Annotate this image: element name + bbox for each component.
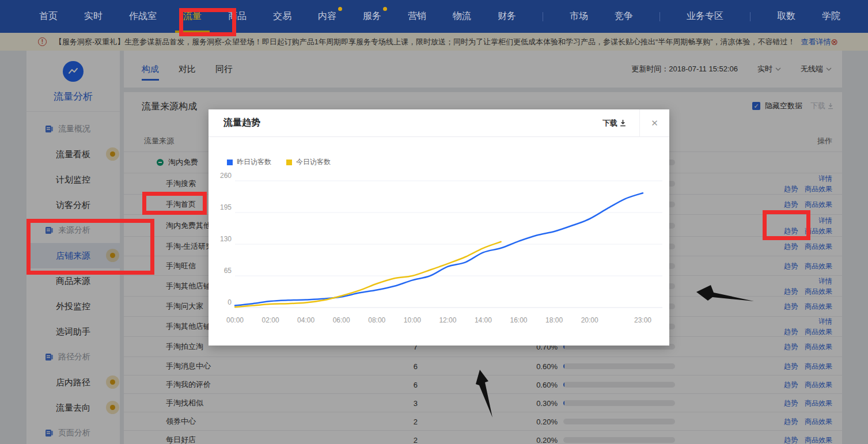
- series-昨日访客数: [235, 193, 643, 305]
- nav-item-流量[interactable]: 流量: [183, 0, 202, 33]
- svg-text:16:00: 16:00: [510, 316, 528, 324]
- trend-line-chart: 06513019526000:0002:0004:0006:0008:0010:…: [209, 167, 669, 340]
- svg-text:14:00: 14:00: [475, 316, 492, 324]
- nav-item-首页[interactable]: 首页: [39, 0, 58, 33]
- svg-text:23:00: 23:00: [634, 316, 651, 324]
- svg-text:00:00: 00:00: [226, 316, 244, 324]
- nav-item-学院[interactable]: 学院: [822, 0, 840, 33]
- svg-text:195: 195: [220, 203, 232, 211]
- svg-text:18:00: 18:00: [545, 316, 563, 324]
- notification-dot: [383, 7, 387, 11]
- traffic-trend-modal: 流量趋势 下载 ✕ 昨日访客数今日访客数 06513019526000:0002…: [209, 109, 669, 346]
- svg-text:10:00: 10:00: [404, 316, 421, 324]
- svg-text:02:00: 02:00: [262, 316, 279, 324]
- nav-item-内容[interactable]: 内容: [318, 0, 336, 33]
- nav-divider: [659, 12, 660, 21]
- legend-swatch: [227, 160, 233, 165]
- modal-close-icon[interactable]: ✕: [639, 109, 669, 137]
- nav-item-竞争[interactable]: 竞争: [615, 0, 633, 33]
- svg-text:0: 0: [228, 298, 232, 306]
- nav-item-作战室[interactable]: 作战室: [129, 0, 157, 33]
- svg-text:130: 130: [220, 235, 232, 243]
- svg-text:06:00: 06:00: [333, 316, 350, 324]
- nav-item-商品[interactable]: 商品: [228, 0, 247, 33]
- legend-swatch: [286, 160, 292, 165]
- nav-item-营销[interactable]: 营销: [408, 0, 426, 33]
- nav-item-市场[interactable]: 市场: [570, 0, 588, 33]
- modal-title: 流量趋势: [223, 117, 260, 129]
- notification-dot: [338, 7, 342, 11]
- svg-text:08:00: 08:00: [368, 316, 385, 324]
- modal-download-button[interactable]: 下载: [602, 118, 627, 128]
- nav-item-取数[interactable]: 取数: [777, 0, 795, 33]
- svg-text:65: 65: [224, 267, 232, 275]
- series-今日访客数: [235, 242, 501, 307]
- nav-item-交易[interactable]: 交易: [273, 0, 291, 33]
- top-nav: 首页实时作战室流量商品交易内容服务营销物流财务市场竞争业务专区取数学院: [0, 0, 868, 33]
- nav-item-财务[interactable]: 财务: [498, 0, 516, 33]
- download-icon: [619, 119, 627, 127]
- nav-item-物流[interactable]: 物流: [453, 0, 471, 33]
- nav-item-服务[interactable]: 服务: [363, 0, 381, 33]
- legend-item-今日访客数: 今日访客数: [286, 157, 331, 167]
- nav-item-业务专区[interactable]: 业务专区: [687, 0, 723, 33]
- nav-divider: [543, 12, 543, 21]
- legend-item-昨日访客数: 昨日访客数: [227, 157, 271, 167]
- svg-text:20:00: 20:00: [581, 316, 598, 324]
- svg-text:260: 260: [220, 172, 232, 180]
- nav-divider: [750, 12, 751, 21]
- nav-item-实时[interactable]: 实时: [84, 0, 103, 33]
- svg-text:12:00: 12:00: [439, 316, 456, 324]
- chart-legend: 昨日访客数今日访客数: [227, 157, 331, 167]
- svg-text:04:00: 04:00: [297, 316, 314, 324]
